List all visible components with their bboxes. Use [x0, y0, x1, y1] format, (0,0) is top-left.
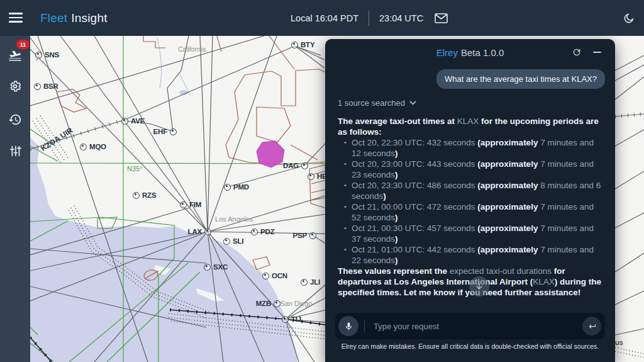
- disclaimer-text: Elrey can make mistakes. Ensure all crit…: [325, 342, 615, 350]
- sidebar-item-flights[interactable]: 11: [3, 43, 28, 69]
- sources-toggle[interactable]: 1 source searched: [338, 98, 416, 108]
- sidebar-item-history[interactable]: [3, 107, 28, 132]
- taxi-time-item: Oct 21, 00:00 UTC: 472 seconds (approxim…: [344, 201, 605, 223]
- app-title-primary: Fleet: [40, 11, 67, 25]
- minimize-icon[interactable]: [591, 47, 602, 58]
- mic-icon[interactable]: [338, 316, 358, 336]
- clock-group: Local 16:04 PDT 23:04 UTC: [291, 0, 448, 36]
- taxi-times-list: Oct 20, 22:30 UTC: 432 seconds (approxim…: [338, 137, 605, 266]
- taxi-time-item: Oct 21, 00:30 UTC: 457 seconds (approxim…: [344, 223, 605, 244]
- sidebar-item-filters[interactable]: [3, 139, 28, 164]
- arrow-down-icon: [475, 282, 484, 291]
- assistant-version: Beta 1.0.0: [461, 47, 504, 58]
- notification-badge: 11: [16, 40, 30, 49]
- chat-input-bar: [335, 313, 605, 339]
- filters-icon: [8, 144, 22, 158]
- assistant-response: The average taxi-out times at KLAX for t…: [338, 116, 605, 297]
- hamburger-menu-icon[interactable]: [9, 11, 24, 25]
- left-sidebar: 11: [0, 36, 30, 362]
- mail-icon[interactable]: [435, 13, 448, 23]
- app-title-secondary: Insight: [71, 11, 107, 25]
- local-time: Local 16:04 PDT: [291, 13, 358, 23]
- assistant-name: Elrey: [436, 47, 458, 58]
- taxi-time-item: Oct 20, 22:30 UTC: 432 seconds (approxim…: [344, 137, 605, 159]
- taxi-time-item: Oct 20, 23:30 UTC: 486 seconds (approxim…: [344, 180, 605, 201]
- chat-messages: What are the average taxi times at KLAX?…: [325, 65, 615, 297]
- user-message-bubble: What are the average taxi times at KLAX?: [436, 69, 605, 89]
- clock-divider: [369, 11, 369, 26]
- enter-icon[interactable]: [582, 317, 601, 336]
- flight-land-icon: [8, 48, 23, 64]
- sidebar-item-settings[interactable]: [3, 74, 28, 99]
- history-icon: [8, 113, 22, 127]
- utc-time: 23:04 UTC: [379, 13, 423, 23]
- refresh-icon[interactable]: [571, 47, 582, 58]
- scroll-down-button[interactable]: [469, 276, 489, 297]
- top-bar: Fleet Insight Local 16:04 PDT 23:04 UTC: [0, 0, 644, 36]
- sources-label: 1 source searched: [338, 98, 405, 108]
- input-divider: [364, 320, 365, 332]
- moon-icon[interactable]: [619, 9, 638, 28]
- chevron-down-icon: [409, 101, 416, 105]
- response-intro: The average taxi-out times at KLAX for t…: [338, 116, 605, 137]
- chat-panel: Elrey Beta 1.0.0 What are the average ta…: [325, 39, 615, 362]
- request-input[interactable]: [372, 321, 582, 332]
- app-title: Fleet Insight: [40, 0, 108, 36]
- chat-panel-header: Elrey Beta 1.0.0: [325, 39, 615, 65]
- settings-gear-icon: [8, 79, 22, 93]
- taxi-time-item: Oct 21, 01:00 UTC: 442 seconds (approxim…: [344, 244, 605, 266]
- taxi-time-item: Oct 20, 23:00 UTC: 443 seconds (approxim…: [344, 159, 605, 180]
